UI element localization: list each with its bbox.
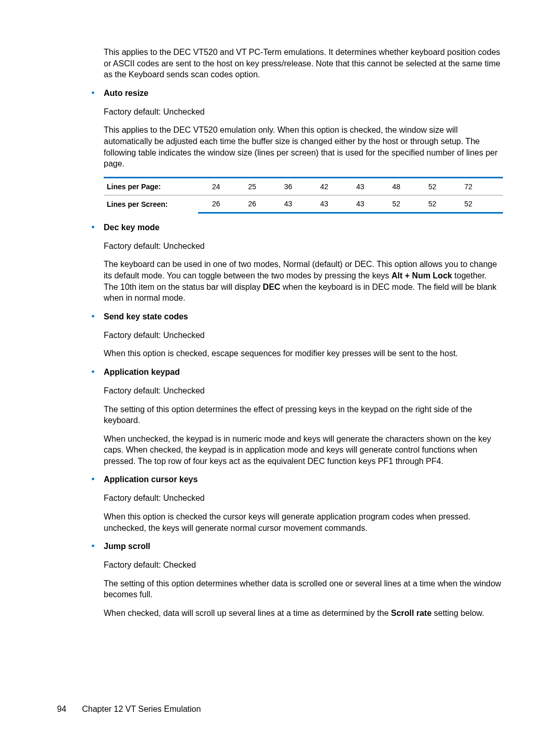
- cell: 26: [234, 195, 271, 213]
- section-auto-resize: Auto resize Factory default: Unchecked T…: [57, 89, 503, 170]
- factory-default: Factory default: Unchecked: [104, 106, 503, 118]
- heading-auto-resize: Auto resize: [104, 89, 503, 98]
- cell: 24: [198, 177, 234, 195]
- heading-application-keypad: Application keypad: [104, 368, 503, 377]
- factory-default: Factory default: Unchecked: [104, 493, 503, 504]
- paragraph: The keyboard can be used in one of two m…: [104, 259, 503, 303]
- cell: 48: [379, 177, 415, 195]
- paragraph: When unchecked, the keypad is in numeric…: [104, 433, 503, 467]
- text: When checked, data will scroll up severa…: [104, 609, 391, 617]
- status-label: DEC: [263, 283, 281, 291]
- key-combo: Alt + Num Lock: [391, 271, 452, 280]
- section-jump-scroll: Jump scroll Factory default: Checked The…: [57, 542, 503, 619]
- cell: 43: [270, 195, 306, 213]
- paragraph: When checked, data will scroll up severa…: [104, 608, 503, 619]
- cell: 72: [451, 177, 487, 195]
- row-label: Lines per Screen:: [104, 195, 198, 213]
- cell: 52: [414, 177, 451, 195]
- paragraph: When this option is checked, escape sequ…: [104, 348, 503, 359]
- heading-dec-key-mode: Dec key mode: [104, 223, 503, 232]
- cell: 43: [342, 195, 379, 213]
- cell: 52: [414, 195, 451, 213]
- lines-table: Lines per Page: 24 25 36 42 43 48 52 72 …: [104, 177, 503, 214]
- setting-name: Scroll rate: [391, 609, 431, 617]
- paragraph: This applies to the DEC VT520 emulation …: [104, 124, 503, 169]
- paragraph: The setting of this option determines wh…: [104, 578, 503, 600]
- cell: 42: [306, 177, 343, 195]
- paragraph: The setting of this option determines th…: [104, 404, 503, 426]
- page-footer: 94 Chapter 12 VT Series Emulation: [57, 705, 201, 714]
- cell: 52: [379, 195, 415, 213]
- heading-jump-scroll: Jump scroll: [104, 542, 503, 551]
- intro-paragraph: This applies to the DEC VT520 and VT PC-…: [104, 47, 503, 80]
- section-send-key-state: Send key state codes Factory default: Un…: [57, 312, 503, 359]
- heading-application-cursor-keys: Application cursor keys: [104, 475, 503, 484]
- heading-send-key-state: Send key state codes: [104, 312, 503, 321]
- cell: 43: [306, 195, 343, 213]
- row-label: Lines per Page:: [104, 177, 198, 195]
- factory-default: Factory default: Unchecked: [104, 330, 503, 341]
- cell: 36: [270, 177, 306, 195]
- page-body: This applies to the DEC VT520 and VT PC-…: [0, 0, 560, 619]
- section-dec-key-mode: Dec key mode Factory default: Unchecked …: [57, 223, 503, 304]
- cell: 52: [451, 195, 487, 213]
- chapter-title: Chapter 12 VT Series Emulation: [82, 705, 201, 713]
- page-number: 94: [57, 705, 66, 714]
- factory-default: Factory default: Unchecked: [104, 241, 503, 252]
- factory-default: Factory default: Unchecked: [104, 385, 503, 397]
- paragraph: When this option is checked the cursor k…: [104, 511, 503, 533]
- cell: 25: [234, 177, 271, 195]
- section-application-keypad: Application keypad Factory default: Unch…: [57, 368, 503, 467]
- cell: 43: [342, 177, 379, 195]
- section-application-cursor-keys: Application cursor keys Factory default:…: [57, 475, 503, 533]
- factory-default: Factory default: Checked: [104, 559, 503, 571]
- table-row: Lines per Page: 24 25 36 42 43 48 52 72: [104, 177, 503, 195]
- text: setting below.: [431, 609, 484, 617]
- cell: 26: [198, 195, 234, 213]
- table-row: Lines per Screen: 26 26 43 43 43 52 52 5…: [104, 195, 503, 213]
